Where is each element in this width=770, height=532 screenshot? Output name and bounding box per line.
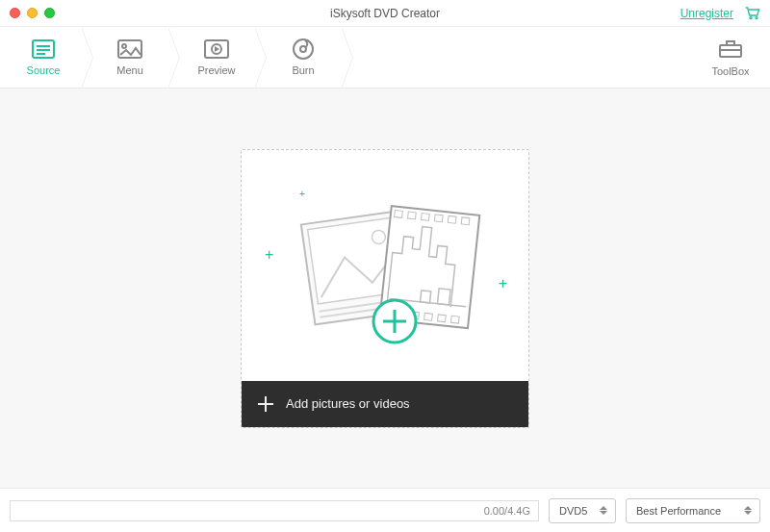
close-window-icon[interactable] xyxy=(10,8,20,18)
toolbox-label: ToolBox xyxy=(711,65,749,77)
app-title: iSkysoft DVD Creator xyxy=(0,7,770,20)
capacity-bar: 0.00/4.4G xyxy=(10,500,539,521)
dropzone-illustration: + + + xyxy=(242,150,528,381)
tab-source[interactable]: Source xyxy=(6,27,81,89)
toolbox-button[interactable]: ToolBox xyxy=(697,27,764,89)
stepper-icon xyxy=(600,506,609,515)
svg-rect-20 xyxy=(395,210,403,217)
stepper-icon xyxy=(744,506,754,515)
tab-label: Source xyxy=(27,64,61,76)
media-placeholder-icon xyxy=(279,179,491,352)
tab-label: Burn xyxy=(292,64,314,76)
main-area: + + + xyxy=(0,89,770,488)
step-divider-icon xyxy=(81,27,92,89)
disc-type-value: DVD5 xyxy=(559,505,587,517)
svg-rect-21 xyxy=(408,212,417,219)
svg-point-10 xyxy=(294,39,313,59)
tab-burn[interactable]: Burn xyxy=(266,27,341,89)
window-controls xyxy=(10,8,55,18)
tab-preview[interactable]: Preview xyxy=(179,27,254,89)
svg-point-0 xyxy=(750,16,752,18)
quality-value: Best Performance xyxy=(636,505,721,517)
dropzone-footer[interactable]: Add pictures or videos xyxy=(242,381,528,427)
svg-rect-22 xyxy=(421,213,429,220)
svg-point-1 xyxy=(756,16,757,18)
fullscreen-window-icon[interactable] xyxy=(44,8,55,18)
title-bar: iSkysoft DVD Creator Unregister xyxy=(0,0,770,27)
svg-point-11 xyxy=(300,46,306,52)
bottom-bar: 0.00/4.4G DVD5 Best Performance xyxy=(0,488,770,532)
cart-icon[interactable] xyxy=(745,7,760,20)
step-tabs: Source Menu Preview xyxy=(0,27,770,89)
svg-rect-30 xyxy=(438,314,447,321)
toolbox-icon xyxy=(718,38,743,61)
burn-icon xyxy=(291,38,316,60)
capacity-text: 0.00/4.4G xyxy=(484,505,530,517)
step-divider-icon xyxy=(341,27,352,89)
source-icon xyxy=(31,38,56,60)
svg-rect-25 xyxy=(461,216,470,224)
svg-rect-31 xyxy=(450,316,459,323)
step-divider-icon xyxy=(254,27,266,89)
svg-rect-29 xyxy=(424,313,433,320)
sparkle-icon: + xyxy=(499,275,507,292)
tab-label: Preview xyxy=(197,64,235,76)
dropzone-label: Add pictures or videos xyxy=(286,396,410,411)
plus-icon xyxy=(257,395,274,413)
minimize-window-icon[interactable] xyxy=(27,8,38,18)
step-divider-icon xyxy=(167,27,179,89)
preview-icon xyxy=(204,38,229,60)
svg-rect-24 xyxy=(448,215,456,223)
quality-select[interactable]: Best Performance xyxy=(626,498,760,523)
sparkle-icon: + xyxy=(265,246,273,264)
dropzone[interactable]: + + + xyxy=(241,149,529,428)
svg-rect-23 xyxy=(434,214,443,221)
unregister-link[interactable]: Unregister xyxy=(680,7,733,20)
svg-point-7 xyxy=(122,44,126,48)
tab-label: Menu xyxy=(116,64,143,76)
tab-menu[interactable]: Menu xyxy=(92,27,167,89)
menu-icon xyxy=(117,38,142,60)
disc-type-select[interactable]: DVD5 xyxy=(549,498,616,523)
